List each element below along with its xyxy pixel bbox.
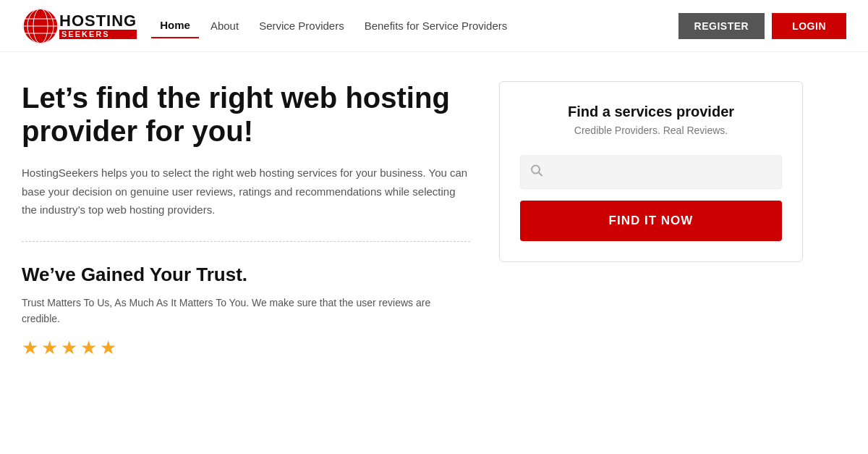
nav-service-providers[interactable]: Service Providers (250, 14, 353, 38)
logo-hosting: HOSTING (59, 13, 137, 29)
globe-icon (22, 7, 59, 45)
star-1: ★ (22, 337, 38, 359)
nav-benefits[interactable]: Benefits for Service Providers (356, 14, 516, 38)
nav-buttons: REGISTER LOGIN (678, 13, 846, 39)
register-button[interactable]: REGISTER (678, 13, 765, 39)
star-4: ★ (80, 337, 97, 359)
card-title: Find a services provider (520, 104, 782, 120)
svg-line-8 (539, 172, 542, 176)
logo-link[interactable]: HOSTING SEEKERS (22, 7, 137, 45)
nav-about[interactable]: About (202, 14, 247, 38)
section-divider (22, 241, 470, 242)
login-button[interactable]: LOGIN (772, 13, 846, 39)
main-content: Let’s find the right web hosting provide… (0, 52, 868, 388)
left-column: Let’s find the right web hosting provide… (22, 81, 470, 359)
search-icon (530, 164, 543, 180)
logo-text: HOSTING SEEKERS (59, 13, 137, 39)
hero-description: HostingSeekers helps you to select the r… (22, 164, 470, 219)
search-input-wrap (520, 155, 782, 189)
star-5: ★ (100, 337, 116, 359)
trust-title: We’ve Gained Your Trust. (22, 264, 470, 286)
hero-title: Let’s find the right web hosting provide… (22, 81, 470, 148)
nav-home[interactable]: Home (151, 13, 199, 38)
star-2: ★ (41, 337, 58, 359)
logo-seekers: SEEKERS (59, 30, 137, 39)
star-rating: ★ ★ ★ ★ ★ (22, 337, 470, 359)
search-input[interactable] (520, 155, 782, 189)
nav-links: Home About Service Providers Benefits fo… (151, 13, 678, 38)
right-column: Find a services provider Credible Provid… (499, 81, 803, 359)
trust-description: Trust Matters To Us, As Much As It Matte… (22, 295, 470, 327)
search-card: Find a services provider Credible Provid… (499, 81, 803, 262)
card-subtitle: Credible Providers. Real Reviews. (520, 125, 782, 136)
star-3: ★ (61, 337, 77, 359)
find-it-now-button[interactable]: FIND IT NOW (520, 201, 782, 241)
navbar: HOSTING SEEKERS Home About Service Provi… (0, 0, 868, 52)
